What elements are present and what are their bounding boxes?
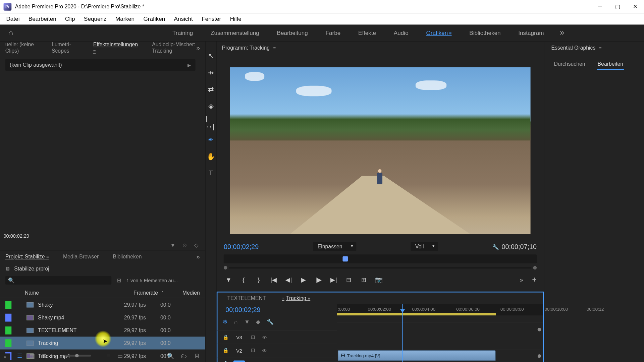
program-scrubber[interactable]: [224, 254, 537, 263]
workspace-instagram[interactable]: Instagram: [517, 27, 546, 39]
keyframe-icon[interactable]: [538, 354, 541, 358]
tab-bibliotheken[interactable]: Bibliotheken: [109, 252, 145, 261]
project-search[interactable]: 🔍: [5, 276, 111, 285]
mark-in-button[interactable]: {: [239, 275, 249, 285]
lift-button[interactable]: ⊟: [344, 275, 354, 285]
playback-overflow[interactable]: »: [520, 276, 523, 283]
tab-projekt[interactable]: Projekt: Stabilize ≡: [2, 252, 52, 261]
track-v3[interactable]: [337, 322, 543, 336]
menu-sequenz[interactable]: Sequenz: [79, 14, 111, 24]
add-marker-button[interactable]: ▼: [224, 275, 233, 285]
track-header-v1[interactable]: 🔒 V1 ⊡ 👁: [217, 357, 337, 362]
program-zoom-select[interactable]: Einpassen: [313, 242, 357, 251]
ripple-edit-tool[interactable]: ⇄: [206, 84, 216, 95]
thumbnail-zoom-slider[interactable]: [64, 355, 91, 356]
tab-audioclip-mixer[interactable]: Audioclip-Mischer: Tracking: [149, 40, 204, 56]
sync-lock-icon[interactable]: ⊡: [249, 335, 256, 340]
menu-bearbeiten[interactable]: Bearbeiten: [24, 14, 61, 24]
track-select-tool[interactable]: ⇸: [206, 67, 216, 78]
workspace-overflow[interactable]: »: [560, 28, 564, 38]
timeline-ruler[interactable]: ;00;00 00;00;02;00 00;00;04;00 00;00;06;…: [337, 304, 543, 315]
graphics-tab-edit[interactable]: Bearbeiten: [597, 59, 624, 70]
fx-filter-icon[interactable]: ▼: [170, 242, 176, 248]
project-search-input[interactable]: [17, 277, 109, 284]
linked-selection-icon[interactable]: ∩: [234, 318, 238, 325]
effect-timecode[interactable]: 00;00;02;29: [0, 230, 205, 240]
freeform-view-icon[interactable]: ⊞: [42, 352, 47, 359]
settings-icon[interactable]: 🔧: [492, 244, 499, 250]
hand-tool[interactable]: ✋: [206, 151, 216, 162]
menu-fenster[interactable]: Fenster: [197, 14, 225, 24]
automate-icon[interactable]: ▭: [117, 352, 123, 359]
close-button[interactable]: ✕: [630, 1, 641, 12]
tab-media-browser[interactable]: Media-Browser: [59, 252, 102, 261]
slip-tool[interactable]: |↔|: [206, 118, 216, 128]
keyframe-icon[interactable]: [538, 328, 541, 331]
go-to-out-button[interactable]: ▶|: [329, 275, 339, 285]
col-header-name[interactable]: Name: [25, 290, 133, 296]
new-bin-icon[interactable]: 🗁: [181, 352, 187, 359]
timeline-tab-tracking[interactable]: ×Tracking ≡: [277, 294, 315, 302]
col-header-framerate[interactable]: Framerate⌃: [133, 290, 173, 296]
eye-icon[interactable]: 👁: [261, 348, 268, 353]
lock-icon[interactable]: 🔒: [223, 335, 229, 340]
fx-bypass-icon[interactable]: ⊘: [182, 242, 187, 248]
playhead[interactable]: [402, 304, 402, 362]
zoom-bar[interactable]: [229, 267, 532, 268]
menu-grafiken[interactable]: Grafiken: [139, 14, 169, 24]
razor-tool[interactable]: ◈: [206, 101, 216, 112]
clip-selector[interactable]: (kein Clip ausgewählt) ▶: [5, 59, 196, 71]
eye-icon[interactable]: 👁: [261, 335, 268, 340]
menu-hilfe[interactable]: Hilfe: [225, 14, 246, 24]
minimize-button[interactable]: ─: [595, 1, 605, 12]
play-button[interactable]: ▶: [299, 275, 309, 285]
sort-icon[interactable]: ≡: [107, 352, 110, 359]
workspace-grafiken[interactable]: Grafiken: [424, 27, 453, 39]
menu-clip[interactable]: Clip: [61, 14, 79, 24]
track-label-v3[interactable]: V3: [233, 334, 245, 341]
find-icon[interactable]: 🔍: [167, 352, 174, 359]
project-item-shaky-mp4[interactable]: Shaky.mp4 29,97 fps 00;0: [0, 311, 205, 324]
workspace-bearbeitung[interactable]: Bearbeitung: [275, 27, 310, 39]
icon-view-icon[interactable]: ▦: [30, 352, 35, 359]
track-label-v1[interactable]: V1: [233, 360, 245, 362]
panel-overflow-icon[interactable]: »: [196, 44, 200, 51]
sync-lock-icon[interactable]: ⊡: [249, 348, 256, 353]
zoom-slider-dot[interactable]: ○: [54, 352, 57, 359]
track-v2[interactable]: [337, 336, 543, 349]
program-panel-menu[interactable]: ≡: [273, 45, 276, 50]
menu-datei[interactable]: Datei: [2, 14, 24, 24]
project-item-tracking-seq[interactable]: Tracking 29,97 fps 00;0 ➤: [0, 337, 205, 349]
wrench-icon[interactable]: 🔧: [267, 318, 274, 325]
home-button[interactable]: ⌂: [5, 27, 16, 38]
track-header-v3[interactable]: 🔒 V3 ⊡ 👁: [217, 330, 337, 344]
go-to-in-button[interactable]: |◀: [269, 275, 278, 285]
track-label-v2[interactable]: V2: [233, 347, 245, 354]
menu-ansicht[interactable]: Ansicht: [169, 14, 197, 24]
selection-tool[interactable]: ↖: [206, 50, 216, 61]
project-item-shaky-seq[interactable]: Shaky 29,97 fps 00;0: [0, 298, 205, 311]
list-view-icon[interactable]: ☰: [17, 352, 22, 359]
marker-color-icon[interactable]: ◆: [256, 318, 260, 325]
program-quality-select[interactable]: Voll: [411, 242, 438, 251]
marker-icon[interactable]: ▼: [244, 318, 250, 325]
timeline-tab-textelement[interactable]: TEXTELEMENT: [223, 294, 270, 302]
menu-marken[interactable]: Marken: [111, 14, 139, 24]
pen-tool[interactable]: ✒: [206, 134, 216, 145]
tab-source[interactable]: uelle: (keine Clips): [2, 40, 41, 56]
button-editor[interactable]: +: [532, 275, 537, 284]
workspace-training[interactable]: Training: [171, 27, 195, 39]
program-viewport[interactable]: [230, 67, 530, 234]
tab-effekteinstellungen[interactable]: Effekteinstellungen ≡: [90, 40, 141, 56]
workspace-audio[interactable]: Audio: [392, 27, 410, 39]
timeline-tracks[interactable]: ;00;00 00;00;02;00 00;00;04;00 00;00;06;…: [337, 304, 543, 362]
program-timecode-current[interactable]: 00;00;02;29: [224, 243, 259, 250]
workspace-zusammenstellung[interactable]: Zusammenstellung: [209, 27, 261, 39]
zoom-end-handle[interactable]: [533, 266, 537, 269]
freeform-icon[interactable]: ⊞: [117, 277, 121, 283]
workspace-farbe[interactable]: Farbe: [324, 27, 342, 39]
project-item-textelement[interactable]: TEXTELEMENT 29,97 fps 00;0: [0, 324, 205, 337]
extract-button[interactable]: ⊞: [359, 275, 369, 285]
fx-keyframe-icon[interactable]: ◇: [194, 242, 198, 248]
scrubber-handle[interactable]: [342, 256, 348, 261]
